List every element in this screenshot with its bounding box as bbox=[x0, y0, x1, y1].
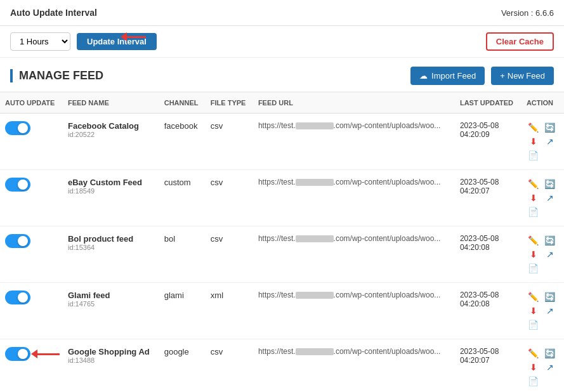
refresh-icon[interactable]: 🔄 bbox=[543, 347, 557, 360]
last-updated-cell: 2023-05-0804:20:08 bbox=[455, 283, 521, 339]
col-last-updated: LAST UPDATED bbox=[455, 93, 521, 114]
action-icons: ✏️ 🔄 ⬇ ↗ 📄 bbox=[527, 234, 559, 275]
last-updated-cell: 2023-05-0804:20:08 bbox=[455, 226, 521, 283]
doc-icon[interactable]: 📄 bbox=[527, 262, 541, 275]
action-cell: ✏️ 🔄 ⬇ ↗ 📄 bbox=[521, 170, 564, 226]
action-cell: ✏️ 🔄 ⬇ ↗ 📄 bbox=[521, 339, 564, 393]
last-updated-label: 2023-05-0804:20:07 bbox=[460, 347, 516, 365]
file-type-cell: csv bbox=[206, 114, 253, 170]
channel-cell: facebook bbox=[159, 114, 206, 170]
feed-name-label: eBay Custom Feed bbox=[68, 178, 154, 187]
feed-url-text: https://test..com/wp-content/uploads/woo… bbox=[258, 121, 450, 130]
clear-cache-button[interactable]: Clear Cache bbox=[486, 32, 554, 51]
action-row-1: ✏️ 🔄 bbox=[527, 347, 557, 360]
edit-icon[interactable]: ✏️ bbox=[527, 347, 541, 360]
import-feed-label: Import Feed bbox=[431, 71, 476, 81]
feed-name-label: Google Shopping Ad bbox=[68, 347, 154, 356]
import-feed-button[interactable]: ☁ Import Feed bbox=[410, 67, 485, 85]
feed-url-text: https://test..com/wp-content/uploads/woo… bbox=[258, 347, 450, 356]
last-updated-cell: 2023-05-0804:20:07 bbox=[455, 339, 521, 393]
interval-row: 1 Hours 2 Hours 6 Hours 12 Hours 24 Hour… bbox=[0, 26, 564, 58]
top-bar-title: Auto Update Interval bbox=[10, 8, 97, 18]
table-row: Google Shopping Adid:13488googlecsvhttps… bbox=[0, 339, 564, 393]
channel-cell: google bbox=[159, 339, 206, 393]
refresh-icon[interactable]: 🔄 bbox=[543, 291, 557, 303]
action-row-1: ✏️ 🔄 bbox=[527, 234, 557, 247]
feed-id-label: id:20522 bbox=[68, 131, 154, 138]
feed-name-label: Bol product feed bbox=[68, 234, 154, 244]
auto-update-toggle[interactable] bbox=[5, 178, 30, 192]
table-row: Glami feedid:14765glamixmlhttps://test..… bbox=[0, 283, 564, 339]
last-updated-label: 2023-05-0804:20:09 bbox=[460, 121, 516, 139]
download-icon[interactable]: ⬇ bbox=[527, 361, 541, 374]
col-feed-name: FEED NAME bbox=[63, 93, 159, 114]
edit-icon[interactable]: ✏️ bbox=[527, 121, 541, 134]
doc-icon[interactable]: 📄 bbox=[527, 375, 541, 388]
refresh-icon[interactable]: 🔄 bbox=[543, 121, 557, 134]
url-blur bbox=[296, 179, 334, 186]
auto-update-toggle[interactable] bbox=[5, 121, 30, 135]
download-icon[interactable]: ⬇ bbox=[527, 192, 541, 204]
col-channel: CHANNEL bbox=[159, 93, 206, 114]
download-icon[interactable]: ⬇ bbox=[527, 248, 541, 261]
share-icon[interactable]: ↗ bbox=[543, 192, 557, 204]
manage-feed-title: MANAGE FEED bbox=[10, 69, 103, 82]
auto-update-cell bbox=[0, 339, 63, 393]
manage-actions: ☁ Import Feed + New Feed bbox=[410, 67, 554, 85]
channel-cell: glami bbox=[159, 283, 206, 339]
share-icon[interactable]: ↗ bbox=[543, 361, 557, 374]
feed-id-label: id:13488 bbox=[68, 356, 154, 364]
table-row: Facebook Catalogid:20522facebookcsvhttps… bbox=[0, 114, 564, 170]
channel-cell: bol bbox=[159, 226, 206, 283]
feed-id-label: id:14765 bbox=[68, 300, 154, 308]
interval-select[interactable]: 1 Hours 2 Hours 6 Hours 12 Hours 24 Hour… bbox=[10, 32, 70, 51]
doc-icon[interactable]: 📄 bbox=[527, 149, 541, 162]
channel-cell: custom bbox=[159, 170, 206, 226]
table-header: AUTO UPDATE FEED NAME CHANNEL FILE TYPE … bbox=[0, 93, 564, 114]
share-icon[interactable]: ↗ bbox=[543, 135, 557, 148]
top-bar: Auto Update Interval Version : 6.6.6 bbox=[0, 0, 564, 26]
action-cell: ✏️ 🔄 ⬇ ↗ 📄 bbox=[521, 226, 564, 283]
edit-icon[interactable]: ✏️ bbox=[527, 178, 541, 190]
share-icon[interactable]: ↗ bbox=[543, 304, 557, 317]
action-row-2: ⬇ ↗ bbox=[527, 192, 557, 204]
doc-icon[interactable]: 📄 bbox=[527, 318, 541, 331]
refresh-icon[interactable]: 🔄 bbox=[543, 178, 557, 190]
doc-icon[interactable]: 📄 bbox=[527, 206, 541, 218]
table-body: Facebook Catalogid:20522facebookcsvhttps… bbox=[0, 114, 564, 393]
new-feed-button[interactable]: + New Feed bbox=[491, 67, 554, 85]
action-row-2: ⬇ ↗ bbox=[527, 135, 557, 148]
col-feed-url: FEED URL bbox=[253, 93, 455, 114]
last-updated-label: 2023-05-0804:20:08 bbox=[460, 234, 516, 252]
feed-name-cell: Google Shopping Adid:13488 bbox=[63, 339, 159, 393]
cloud-upload-icon: ☁ bbox=[419, 71, 428, 81]
action-cell: ✏️ 🔄 ⬇ ↗ 📄 bbox=[521, 114, 564, 170]
auto-update-cell bbox=[0, 114, 63, 170]
feed-name-cell: Facebook Catalogid:20522 bbox=[63, 114, 159, 170]
feed-name-label: Facebook Catalog bbox=[68, 121, 154, 131]
file-type-cell: csv bbox=[206, 339, 253, 393]
auto-update-toggle[interactable] bbox=[5, 347, 30, 361]
edit-icon[interactable]: ✏️ bbox=[527, 291, 541, 303]
table-row: eBay Custom Feedid:18549customcsvhttps:/… bbox=[0, 170, 564, 226]
auto-update-toggle[interactable] bbox=[5, 234, 30, 248]
auto-update-toggle[interactable] bbox=[5, 291, 30, 304]
update-arrow bbox=[121, 32, 146, 41]
download-icon[interactable]: ⬇ bbox=[527, 135, 541, 148]
feed-id-label: id:15364 bbox=[68, 244, 154, 251]
file-type-cell: xml bbox=[206, 283, 253, 339]
feed-url-cell: https://test..com/wp-content/uploads/woo… bbox=[253, 339, 455, 393]
action-row-3: 📄 bbox=[527, 262, 541, 275]
share-icon[interactable]: ↗ bbox=[543, 248, 557, 261]
arrow-head-update bbox=[121, 32, 127, 41]
feed-id-label: id:18549 bbox=[68, 187, 154, 195]
file-type-cell: csv bbox=[206, 170, 253, 226]
download-icon[interactable]: ⬇ bbox=[527, 304, 541, 317]
version-label: Version : 6.6.6 bbox=[501, 8, 554, 18]
auto-update-cell bbox=[0, 283, 63, 339]
url-blur bbox=[296, 292, 334, 299]
feed-url-text: https://test..com/wp-content/uploads/woo… bbox=[258, 178, 450, 186]
action-icons: ✏️ 🔄 ⬇ ↗ 📄 bbox=[527, 347, 559, 388]
edit-icon[interactable]: ✏️ bbox=[527, 234, 541, 247]
refresh-icon[interactable]: 🔄 bbox=[543, 234, 557, 247]
